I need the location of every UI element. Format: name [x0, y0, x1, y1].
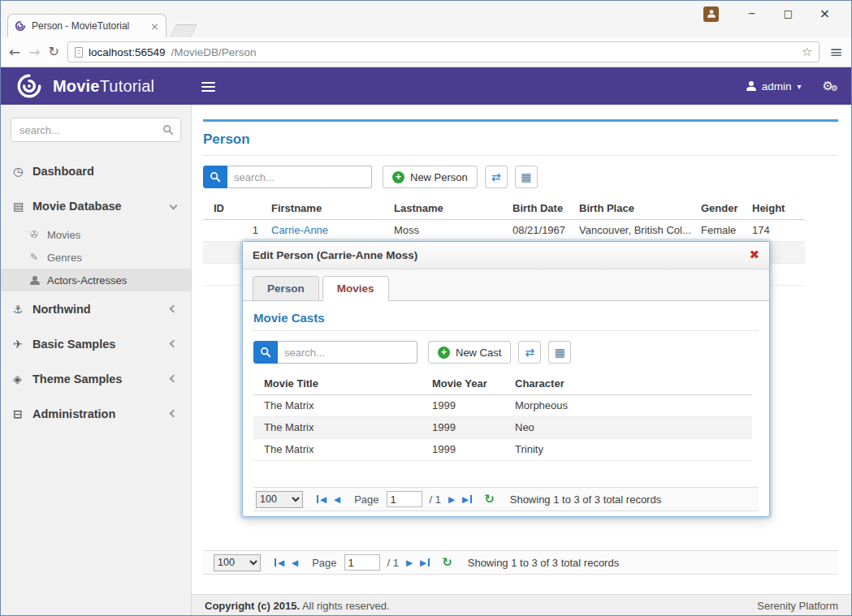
record-link[interactable]: Carrie-Anne — [271, 224, 328, 236]
next-page-button[interactable]: ▶ — [406, 558, 413, 567]
page-label: Page — [354, 493, 378, 506]
close-button[interactable]: × — [807, 4, 843, 24]
toggle-deleted-button[interactable]: ⇄ — [485, 166, 508, 188]
exchange-arrows-icon: ⇄ — [491, 171, 501, 183]
browser-tab[interactable]: Person - MovieTutorial × — [7, 14, 167, 37]
first-page-button[interactable]: ◀ — [275, 558, 284, 567]
dialog-grid-pager: 100 ◀ ◀ Page / 1 ▶ ▶ ↻ Showing 1 to 3 of… — [253, 487, 759, 511]
prev-page-button[interactable]: ◀ — [292, 558, 298, 567]
table-cell: The Matrix — [253, 416, 432, 438]
sidebar-item-dashboard[interactable]: ◷Dashboard — [1, 153, 191, 188]
tab-person[interactable]: Person — [253, 276, 319, 301]
sidebar-item-basic-samples[interactable]: ✈Basic Samples — [1, 326, 191, 361]
page-number-input[interactable] — [387, 491, 422, 507]
column-header-firstname[interactable]: Firstname — [271, 198, 394, 219]
refresh-icon[interactable]: ↻ — [484, 493, 495, 506]
column-header-birth-place[interactable]: Birth Place — [579, 198, 701, 219]
dialog-titlebar[interactable]: Edit Person (Carrie-Anne Moss) ✖ — [243, 242, 769, 269]
page-number-input[interactable] — [344, 554, 380, 571]
grid-header-row: IDFirstnameLastnameBirth DateBirth Place… — [203, 198, 805, 219]
pager-status: Showing 1 to 3 of 3 total records — [468, 557, 619, 569]
new-button-label: New Person — [410, 171, 468, 183]
table-row[interactable]: The Matrix1999Trinity — [253, 438, 752, 460]
column-header-id[interactable]: ID — [203, 198, 271, 219]
table-row[interactable]: The Matrix1999Morpheous — [253, 394, 752, 416]
table-cell: Vancouver, British Col... — [579, 219, 701, 241]
sidebar-item-label: Movies — [47, 229, 191, 241]
table-cell: Trinity — [515, 438, 752, 460]
refresh-icon[interactable]: ↻ — [442, 557, 452, 569]
plus-icon: + — [392, 171, 404, 183]
caret-down-icon: ▾ — [798, 82, 802, 91]
column-header-gender[interactable]: Gender — [701, 198, 752, 219]
search-icon — [210, 171, 221, 183]
table-cell: Female — [701, 219, 752, 241]
table-row[interactable]: The Matrix1999Neo — [253, 416, 752, 438]
profile-avatar[interactable] — [703, 6, 719, 22]
last-page-button[interactable]: ▶ — [420, 558, 430, 567]
last-page-button[interactable]: ▶ — [462, 495, 472, 504]
first-page-button[interactable]: ◀ — [317, 495, 327, 504]
sidebar-toggle-icon[interactable] — [201, 80, 215, 94]
grid-search-button[interactable] — [203, 166, 227, 188]
back-button[interactable]: ← — [9, 45, 20, 59]
table-cell: Carrie-Anne — [271, 219, 394, 241]
search-icon — [162, 124, 174, 136]
sidebar-item-administration[interactable]: ⊟Administration — [1, 396, 191, 431]
table-row[interactable]: 1Carrie-AnneMoss08/21/1967Vancouver, Bri… — [203, 219, 805, 241]
new-cast-button[interactable]: + New Cast — [428, 341, 511, 364]
toggle-deleted-button[interactable]: ⇄ — [518, 341, 541, 364]
column-header-movie-year[interactable]: Movie Year — [432, 373, 515, 394]
sidebar-item-movies[interactable]: ✇Movies — [1, 223, 191, 246]
reload-button[interactable]: ↻ — [49, 45, 59, 58]
table-grid-icon: ▦ — [555, 347, 565, 358]
table-cell: Moss — [394, 219, 512, 241]
column-header-character[interactable]: Character — [515, 373, 752, 394]
user-menu[interactable]: admin ▾ — [746, 80, 802, 93]
next-page-button[interactable]: ▶ — [448, 495, 455, 504]
sidebar-menu: ◷Dashboard▤Movie Database✇Movies✎GenresA… — [1, 153, 191, 431]
sidebar-item-genres[interactable]: ✎Genres — [1, 246, 191, 269]
dialog-toolbar: + New Cast ⇄ ▦ — [253, 341, 759, 364]
prev-page-button[interactable]: ◀ — [334, 495, 340, 504]
settings-gears-icon[interactable]: ⚙ ⚙ — [823, 80, 838, 93]
new-person-button[interactable]: + New Person — [383, 166, 478, 188]
table-cell: Morpheous — [515, 394, 752, 416]
casts-search-button[interactable] — [253, 341, 278, 364]
dialog-tabs: Person Movies — [243, 269, 769, 301]
movie-database-icon: ▤ — [13, 200, 32, 213]
column-header-movie-title[interactable]: Movie Title — [253, 373, 432, 394]
grid-header-row: Movie TitleMovie YearCharacter — [253, 373, 752, 394]
address-bar[interactable]: localhost:56549 /MovieDB/Person ☆ — [67, 41, 820, 62]
dialog-close-button[interactable]: ✖ — [749, 249, 759, 261]
sidebar-search-input[interactable] — [11, 118, 181, 142]
sidebar-item-northwind[interactable]: ⚓Northwind — [1, 291, 191, 326]
casts-search-input[interactable] — [278, 341, 417, 364]
column-picker-button[interactable]: ▦ — [515, 166, 538, 188]
column-header-height[interactable]: Height — [752, 198, 805, 219]
brand-bold: Movie — [53, 77, 100, 95]
search-icon — [260, 347, 271, 358]
tab-movies[interactable]: Movies — [322, 276, 389, 301]
table-cell: The Matrix — [253, 394, 432, 416]
maximize-button[interactable]: □ — [770, 4, 807, 24]
page-size-select[interactable]: 100 — [256, 491, 303, 508]
sidebar-item-movie-database[interactable]: ▤Movie Database — [1, 188, 191, 223]
copyright-text: All rights reserved. — [302, 600, 390, 612]
page-size-select[interactable]: 100 — [214, 554, 261, 571]
browser-menu-icon[interactable]: ≡ — [829, 44, 843, 60]
column-header-lastname[interactable]: Lastname — [394, 198, 512, 219]
new-tab-button[interactable] — [170, 24, 197, 37]
bookmark-star-icon[interactable]: ☆ — [802, 45, 812, 59]
tab-close-icon[interactable]: × — [150, 21, 159, 32]
minimize-button[interactable]: ─ — [733, 4, 770, 24]
column-picker-button[interactable]: ▦ — [548, 341, 571, 364]
forward-button[interactable]: → — [28, 45, 40, 59]
grid-search-input[interactable] — [227, 166, 372, 188]
column-header-birth-date[interactable]: Birth Date — [512, 198, 579, 219]
sidebar-item-actors-actresses[interactable]: Actors-Actresses — [1, 269, 191, 291]
sidebar-item-theme-samples[interactable]: ◈Theme Samples — [1, 361, 191, 396]
movie-casts-grid: Movie TitleMovie YearCharacterThe Matrix… — [253, 373, 752, 461]
administration-icon: ⊟ — [13, 407, 32, 420]
sidebar-search — [11, 118, 181, 142]
